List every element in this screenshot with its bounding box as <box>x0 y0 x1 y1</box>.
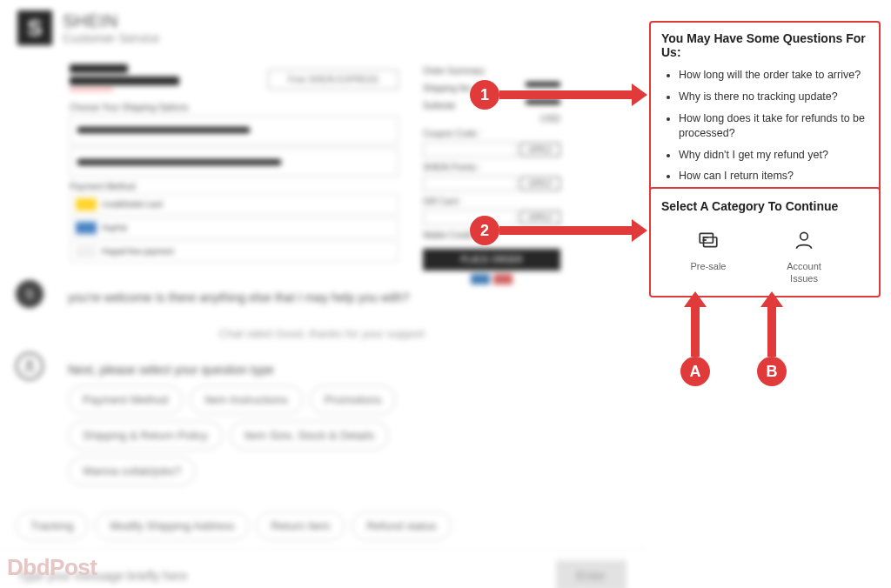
svg-point-5 <box>801 232 808 240</box>
faq-item[interactable]: How long will the order take to arrive? <box>679 68 868 83</box>
chat-icon <box>697 229 720 255</box>
category-title: Select A Category To Continue <box>661 199 868 213</box>
annotation-badge: B <box>757 357 787 386</box>
send-button[interactable]: Enter <box>556 560 626 588</box>
category-presale[interactable]: Pre-sale <box>682 229 734 285</box>
annotation-2: 2 <box>470 216 634 245</box>
faq-item[interactable]: Why is there no tracking update? <box>679 90 868 104</box>
faq-item[interactable]: Why didn't I get my refund yet? <box>679 148 868 163</box>
svg-rect-2 <box>704 237 717 247</box>
annotation-badge: A <box>680 357 710 386</box>
shipping-option[interactable] <box>70 116 399 144</box>
chat-message-bot: Next, please select your question type P… <box>0 345 644 503</box>
annotation-badge: 1 <box>470 80 499 110</box>
svg-rect-1 <box>700 233 713 243</box>
arrow-right-icon <box>499 90 634 99</box>
app-header: S SHEIN Customer Service <box>0 0 644 56</box>
category-label: Pre-sale <box>691 260 727 272</box>
category-panel: Select A Category To Continue Pre-sale A… <box>649 187 881 297</box>
quick-chip-modify-address[interactable]: Modify Shipping Address <box>95 511 249 540</box>
faq-title: You May Have Some Questions For Us: <box>661 31 868 59</box>
arrow-right-icon <box>499 226 634 235</box>
apply-button[interactable]: APPLY <box>520 143 560 157</box>
points-input[interactable] <box>423 176 517 191</box>
question-chip[interactable]: Wanna collab/jobs? <box>68 457 196 485</box>
watermark: DbdPost <box>7 554 97 581</box>
arrow-up-icon <box>691 304 700 357</box>
brand-subtitle: Customer Service <box>63 31 159 45</box>
order-summary-label: Order Summary <box>423 66 560 76</box>
gift-label: Gift Card : <box>423 197 560 206</box>
question-chip[interactable]: Payment Method <box>68 385 183 414</box>
annotation-1: 1 <box>470 80 634 110</box>
category-label: Account Issues <box>778 260 830 285</box>
svg-point-0 <box>27 361 32 366</box>
annotation-badge: 2 <box>470 216 499 245</box>
payment-option-paypal[interactable]: PayPal <box>70 217 399 238</box>
coupon-label: Coupon Code : <box>423 129 560 138</box>
chat-rating-text: Chat rated Good, thanks for your support <box>0 322 644 345</box>
question-chip[interactable]: Item Instructions <box>190 385 302 414</box>
faq-item[interactable]: How can I return items? <box>679 169 868 184</box>
coupon-input[interactable] <box>423 142 517 157</box>
brand-logo: S <box>17 10 52 45</box>
payment-heading: Payment Method <box>70 182 399 191</box>
faq-panel: You May Have Some Questions For Us: How … <box>649 21 881 201</box>
brand-name: SHEIN <box>63 11 159 31</box>
annotation-b: B <box>757 304 787 386</box>
question-chip[interactable]: Shipping & Return Policy <box>68 421 223 450</box>
quick-chip-tracking[interactable]: Tracking <box>16 511 88 540</box>
arrow-up-icon <box>767 304 776 357</box>
annotation-a: A <box>680 304 710 386</box>
question-chip[interactable]: Promotions <box>310 385 397 414</box>
place-order-button[interactable]: PLACE ORDER <box>423 249 560 271</box>
payment-option-paypal-free[interactable]: Paypal free payment <box>70 241 399 262</box>
apply-button[interactable]: APPLY <box>520 177 560 190</box>
faq-item[interactable]: How long does it take for refunds to be … <box>679 111 868 141</box>
points-label: SHEIN Points : <box>423 163 560 172</box>
chat-bubble: you're welcome Is there anything else th… <box>52 280 425 315</box>
quick-chip-refund[interactable]: Refund status <box>352 511 451 540</box>
quick-chip-return[interactable]: Return Item <box>256 511 345 540</box>
quick-action-row: Tracking Modify Shipping Address Return … <box>0 503 644 549</box>
free-ship-badge: Free SHEIN EXPRESS <box>268 70 399 90</box>
payment-option-card[interactable]: Credit/Debit Card <box>70 194 399 215</box>
chat-bubble: Next, please select your question type P… <box>52 352 505 496</box>
shipping-options-heading: Choose Your Shipping Options <box>70 103 399 112</box>
question-chip[interactable]: Item Size, Stock & Details <box>230 421 390 450</box>
agent-avatar: S <box>16 280 44 308</box>
bot-avatar <box>16 352 44 380</box>
shipping-option[interactable] <box>70 148 399 177</box>
person-icon <box>793 229 815 255</box>
category-account-issues[interactable]: Account Issues <box>778 229 830 285</box>
